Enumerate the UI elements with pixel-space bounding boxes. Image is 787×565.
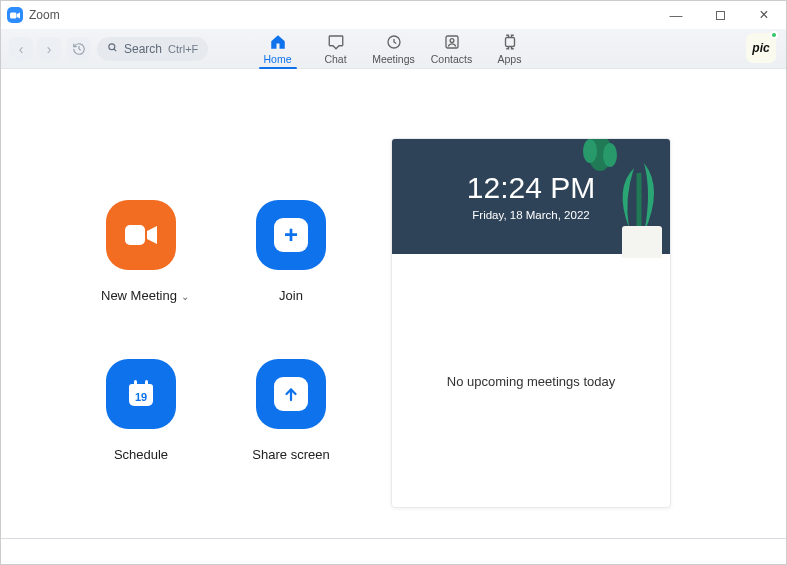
svg-point-1 (109, 43, 115, 49)
svg-line-2 (114, 49, 116, 51)
svg-rect-0 (10, 12, 17, 18)
search-icon (107, 42, 118, 56)
footer-bar (1, 538, 786, 564)
upcoming-list-empty: No upcoming meetings today (392, 254, 670, 508)
main-content: New Meeting⌄ + Join 19 Schedule Share sc… (1, 70, 786, 564)
schedule-button[interactable]: 19 Schedule (101, 359, 181, 462)
action-grid: New Meeting⌄ + Join 19 Schedule Share sc… (101, 200, 351, 462)
svg-rect-7 (125, 225, 145, 245)
chat-icon (327, 33, 345, 51)
video-icon (106, 200, 176, 270)
window-controls: — × (654, 1, 786, 29)
search-label: Search (124, 42, 162, 56)
search-shortcut: Ctrl+F (168, 43, 198, 55)
current-date: Friday, 18 March, 2022 (472, 209, 589, 221)
window-title: Zoom (29, 8, 60, 22)
share-up-icon (256, 359, 326, 429)
chevron-down-icon[interactable]: ⌄ (181, 291, 189, 302)
tab-meetings[interactable]: Meetings (365, 29, 423, 68)
presence-indicator (770, 31, 778, 39)
history-button[interactable] (67, 37, 91, 61)
share-screen-button[interactable]: Share screen (251, 359, 331, 462)
svg-point-5 (450, 38, 454, 42)
plus-icon: + (256, 200, 326, 270)
top-toolbar: ‹ › Search Ctrl+F Home Chat Meeting (1, 29, 786, 69)
decorative-plant-icon (594, 158, 671, 258)
clock-icon (385, 33, 403, 51)
svg-rect-6 (505, 37, 514, 46)
upcoming-panel: 12:24 PM Friday, 18 March, 2022 No upcom… (391, 138, 671, 508)
tab-apps[interactable]: Apps (481, 29, 539, 68)
svg-rect-11 (145, 380, 148, 387)
profile-avatar[interactable]: pic (746, 33, 776, 63)
main-tabs: Home Chat Meetings Contacts Apps (249, 29, 539, 68)
contacts-icon (443, 33, 461, 51)
zoom-logo-icon (7, 7, 23, 23)
maximize-button[interactable] (698, 1, 742, 29)
tab-home[interactable]: Home (249, 29, 307, 68)
svg-rect-9 (129, 384, 153, 391)
svg-rect-10 (134, 380, 137, 387)
svg-text:19: 19 (135, 391, 147, 403)
svg-rect-17 (622, 226, 662, 258)
clock-banner: 12:24 PM Friday, 18 March, 2022 (392, 139, 670, 254)
close-button[interactable]: × (742, 1, 786, 29)
apps-icon (501, 33, 519, 51)
minimize-button[interactable]: — (654, 1, 698, 29)
tab-chat[interactable]: Chat (307, 29, 365, 68)
home-icon (269, 33, 287, 51)
new-meeting-button[interactable]: New Meeting⌄ (101, 200, 181, 303)
forward-button[interactable]: › (37, 37, 61, 61)
calendar-icon: 19 (106, 359, 176, 429)
back-button[interactable]: ‹ (9, 37, 33, 61)
join-button[interactable]: + Join (251, 200, 331, 303)
search-input[interactable]: Search Ctrl+F (97, 37, 208, 61)
tab-contacts[interactable]: Contacts (423, 29, 481, 68)
